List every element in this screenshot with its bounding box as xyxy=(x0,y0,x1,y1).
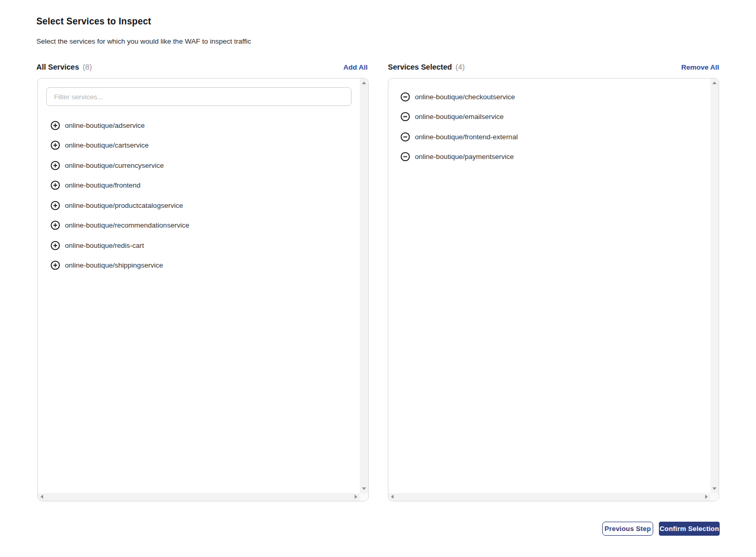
plus-circle-icon[interactable] xyxy=(50,121,60,130)
all-services-label: All Services xyxy=(36,63,79,71)
scroll-down-arrow-icon[interactable] xyxy=(362,487,366,490)
selected-services-content: online-boutique/checkoutservice online-b… xyxy=(388,78,710,493)
service-row-selected[interactable]: online-boutique/checkoutservice xyxy=(388,87,710,107)
plus-circle-icon[interactable] xyxy=(50,220,60,230)
plus-circle-icon[interactable] xyxy=(50,161,60,170)
service-name: online-boutique/productcatalogservice xyxy=(65,202,183,209)
page-title: Select Services to Inspect xyxy=(36,16,151,27)
plus-circle-icon[interactable] xyxy=(50,140,60,150)
plus-circle-icon[interactable] xyxy=(50,201,60,210)
service-name: online-boutique/cartservice xyxy=(65,141,148,149)
selected-services-count: (4) xyxy=(455,63,465,71)
service-name: online-boutique/currencyservice xyxy=(65,162,164,169)
all-services-content: online-boutique/adservice online-boutiqu… xyxy=(38,78,360,493)
service-name: online-boutique/frontend-external xyxy=(415,133,518,141)
service-name: online-boutique/paymentservice xyxy=(415,153,514,161)
scroll-right-arrow-icon[interactable] xyxy=(705,495,708,499)
service-row-available[interactable]: online-boutique/cartservice xyxy=(38,136,360,156)
scroll-down-arrow-icon[interactable] xyxy=(712,487,717,490)
service-row-available[interactable]: online-boutique/frontend xyxy=(38,176,360,196)
selected-services-list: online-boutique/checkoutservice online-b… xyxy=(388,87,710,167)
service-name: online-boutique/redis-cart xyxy=(65,242,144,249)
scrollbar-corner xyxy=(710,493,719,501)
scroll-up-arrow-icon[interactable] xyxy=(362,82,366,84)
all-services-count: (8) xyxy=(83,63,92,71)
remove-all-link[interactable]: Remove All xyxy=(681,63,719,71)
filter-services-input[interactable] xyxy=(46,87,352,106)
service-row-available[interactable]: online-boutique/recommendationservice xyxy=(38,216,360,236)
previous-step-button[interactable]: Previous Step xyxy=(602,522,653,536)
add-all-link[interactable]: Add All xyxy=(343,63,368,71)
service-row-selected[interactable]: online-boutique/paymentservice xyxy=(388,147,710,167)
page-subtitle: Select the services for which you would … xyxy=(36,37,251,45)
minus-circle-icon[interactable] xyxy=(400,92,410,102)
service-row-available[interactable]: online-boutique/shippingservice xyxy=(38,256,360,276)
minus-circle-icon[interactable] xyxy=(400,152,410,162)
service-name: online-boutique/recommendationservice xyxy=(65,221,189,229)
service-row-available[interactable]: online-boutique/productcatalogservice xyxy=(38,195,360,216)
service-row-selected[interactable]: online-boutique/emailservice xyxy=(388,107,710,127)
plus-circle-icon[interactable] xyxy=(50,260,60,270)
all-services-panel: online-boutique/adservice online-boutiqu… xyxy=(37,78,369,501)
confirm-selection-button[interactable]: Confirm Selection xyxy=(659,522,720,536)
plus-circle-icon[interactable] xyxy=(50,241,60,250)
scroll-left-arrow-icon[interactable] xyxy=(40,495,43,499)
scroll-up-arrow-icon[interactable] xyxy=(712,82,717,84)
service-row-available[interactable]: online-boutique/adservice xyxy=(38,115,360,136)
selected-services-label: Services Selected xyxy=(388,63,452,71)
horizontal-scrollbar[interactable] xyxy=(388,493,710,501)
selected-services-panel: online-boutique/checkoutservice online-b… xyxy=(388,78,719,501)
service-row-available[interactable]: online-boutique/redis-cart xyxy=(38,235,360,256)
all-services-list: online-boutique/adservice online-boutiqu… xyxy=(38,115,360,275)
vertical-scrollbar[interactable] xyxy=(710,78,719,493)
service-name: online-boutique/frontend xyxy=(65,181,141,189)
scroll-left-arrow-icon[interactable] xyxy=(391,495,394,499)
scrollbar-corner xyxy=(360,493,368,501)
service-name: online-boutique/shippingservice xyxy=(65,261,163,269)
all-services-header: All Services (8) Add All xyxy=(36,61,368,73)
vertical-scrollbar[interactable] xyxy=(360,78,368,493)
service-name: online-boutique/emailservice xyxy=(415,113,504,121)
minus-circle-icon[interactable] xyxy=(400,112,410,122)
service-name: online-boutique/checkoutservice xyxy=(415,93,515,101)
service-name: online-boutique/adservice xyxy=(65,122,145,129)
minus-circle-icon[interactable] xyxy=(400,132,410,142)
filter-wrap xyxy=(38,78,360,106)
horizontal-scrollbar[interactable] xyxy=(38,493,360,501)
service-row-selected[interactable]: online-boutique/frontend-external xyxy=(388,127,710,147)
plus-circle-icon[interactable] xyxy=(50,180,60,190)
service-row-available[interactable]: online-boutique/currencyservice xyxy=(38,155,360,176)
selected-services-header: Services Selected (4) Remove All xyxy=(388,61,719,73)
scroll-right-arrow-icon[interactable] xyxy=(355,495,357,499)
